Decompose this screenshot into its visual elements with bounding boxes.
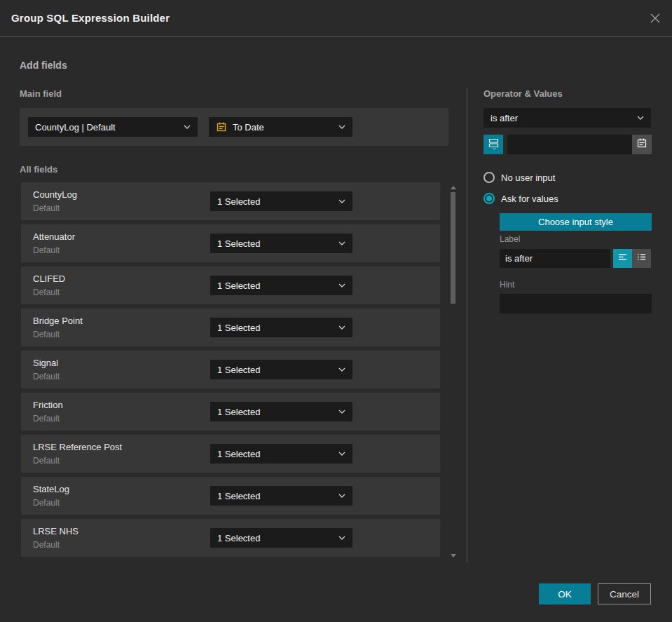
field-row: Signal Default 1 Selected [21,351,440,388]
field-row: LRSE NHS Default 1 Selected [21,519,440,557]
date-type-select-value: To Date [233,122,334,133]
field-selection-select[interactable]: 1 Selected [210,528,352,548]
align-left-icon [617,252,628,265]
field-subtitle: Default [33,330,60,339]
operator-values-heading: Operator & Values [484,88,563,99]
align-left-style-button[interactable] [613,249,632,268]
close-icon[interactable] [647,11,663,26]
field-subtitle: Default [33,245,60,255]
field-row: Attenuator Default 1 Selected [21,224,440,262]
field-selection-value: 1 Selected [217,323,334,333]
chevron-down-icon [338,410,345,414]
ask-for-values-label: Ask for values [501,194,558,204]
field-selection-value: 1 Selected [217,238,334,249]
chevron-down-icon [338,536,345,540]
add-fields-heading: Add fields [20,60,67,71]
stacked-values-button[interactable] [484,135,503,154]
field-selection-select[interactable]: 1 Selected [210,444,352,464]
main-field-select-value: CountyLog | Default [35,122,179,133]
field-selection-select[interactable]: 1 Selected [210,276,352,295]
list-scrollbar [451,182,456,561]
all-fields-heading: All fields [20,164,57,175]
no-user-input-label: No user input [501,173,555,183]
field-selection-value: 1 Selected [217,407,334,417]
label-caption: Label [500,234,520,244]
field-subtitle: Default [33,203,60,213]
stacked-values-icon [488,137,500,152]
all-fields-list: CountyLog Default 1 Selected Attenuator … [21,182,440,561]
chevron-down-icon [338,125,345,129]
scrollbar-thumb[interactable] [451,192,455,304]
field-selection-value: 1 Selected [217,449,334,459]
field-row: LRSE Reference Post Default 1 Selected [21,435,440,473]
no-user-input-radio[interactable]: No user input [484,172,555,183]
field-subtitle: Default [33,456,60,466]
choose-input-style-button[interactable]: Choose input style [500,213,652,231]
operator-select-value: is after [491,113,633,123]
field-name: Signal [33,358,58,368]
calendar-icon [636,137,647,151]
field-subtitle: Default [33,372,60,381]
value-input[interactable] [507,135,632,154]
chevron-down-icon [338,367,345,372]
chevron-down-icon [338,241,345,245]
field-subtitle: Default [33,414,60,424]
group-sql-expression-builder-dialog: Group SQL Expression Builder Add fields … [0,0,672,622]
calendar-icon [216,121,227,133]
field-selection-value: 1 Selected [217,280,334,291]
calendar-picker-button[interactable] [632,135,652,154]
operator-select[interactable]: is after [484,108,651,128]
ok-button[interactable]: OK [539,583,591,604]
field-selection-select[interactable]: 1 Selected [210,486,352,506]
field-selection-value: 1 Selected [217,365,334,375]
chevron-down-icon [338,494,345,498]
field-selection-value: 1 Selected [217,491,334,501]
radio-checked-icon [484,193,495,204]
chevron-down-icon [338,199,345,203]
field-selection-select[interactable]: 1 Selected [210,234,352,253]
main-field-select[interactable]: CountyLog | Default [28,117,198,137]
field-subtitle: Default [33,540,60,550]
scroll-down-arrow-icon[interactable] [451,554,456,557]
field-name: LRSE NHS [33,526,78,536]
list-style-button[interactable] [632,249,651,268]
field-row: StateLog Default 1 Selected [21,477,440,515]
radio-unchecked-icon [484,172,495,183]
ask-for-values-radio[interactable]: Ask for values [484,193,558,204]
field-selection-select[interactable]: 1 Selected [210,402,352,421]
chevron-down-icon [184,125,191,129]
field-row: Bridge Point Default 1 Selected [21,309,440,346]
chevron-down-icon [338,325,345,330]
label-input[interactable] [500,249,610,268]
field-name: Attenuator [33,231,75,242]
field-name: StateLog [33,484,69,494]
field-name: Friction [33,400,63,410]
field-subtitle: Default [33,288,60,297]
field-name: CountyLog [33,189,77,200]
main-field-box: CountyLog | Default To Date [20,108,448,146]
cancel-button[interactable]: Cancel [598,583,651,604]
field-name: LRSE Reference Post [33,442,122,452]
panel-divider [467,88,467,562]
chevron-down-icon [338,283,345,288]
field-row: CountyLog Default 1 Selected [21,182,440,220]
chevron-down-icon [338,452,345,456]
main-field-heading: Main field [20,88,62,99]
chevron-down-icon [637,116,644,120]
hint-caption: Hint [500,280,514,290]
field-selection-select[interactable]: 1 Selected [210,318,352,337]
dialog-titlebar: Group SQL Expression Builder [0,0,672,37]
hint-input[interactable] [500,294,652,313]
field-selection-value: 1 Selected [217,196,334,207]
list-icon [636,252,647,265]
field-selection-select[interactable]: 1 Selected [210,191,352,211]
scroll-up-arrow-icon[interactable] [451,186,456,189]
field-row: Friction Default 1 Selected [21,393,440,431]
date-type-select[interactable]: To Date [209,117,352,137]
field-name: CLIFED [33,273,65,284]
field-selection-select[interactable]: 1 Selected [210,360,352,379]
field-row: CLIFED Default 1 Selected [21,266,440,304]
field-subtitle: Default [33,498,60,508]
field-selection-value: 1 Selected [217,533,334,543]
dialog-title: Group SQL Expression Builder [11,0,170,36]
